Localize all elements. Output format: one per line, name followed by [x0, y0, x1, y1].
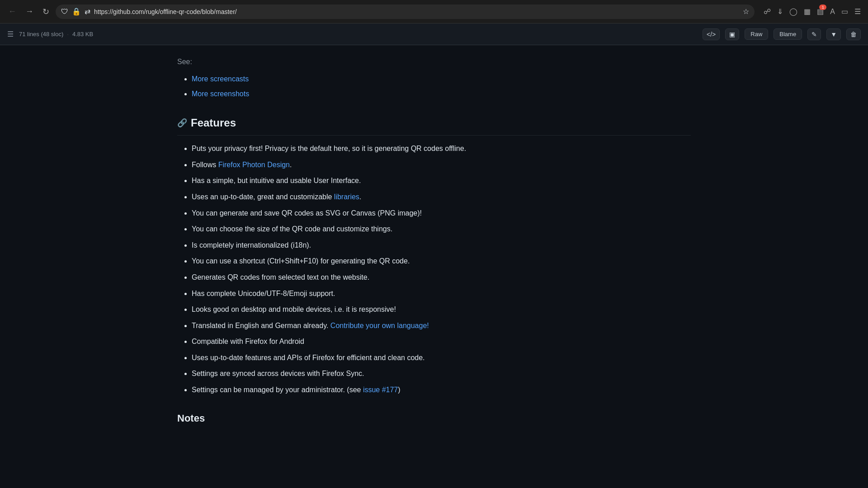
profile-button[interactable]: ◯ [788, 5, 799, 18]
edit-dropdown-button[interactable]: ▼ [826, 28, 841, 40]
forward-button[interactable]: → [23, 5, 36, 18]
file-toolbar: ☰ 71 lines (48 sloc) · 4.83 KB </> ▣ Raw… [0, 23, 868, 45]
track-icon: ⇄ [85, 6, 90, 17]
edit-button[interactable]: ✎ [807, 28, 821, 40]
list-item: Translated in English and German already… [192, 320, 691, 332]
feature-text: You can use a shortcut (Ctrl+Shift+F10) … [192, 257, 410, 265]
issue-177-link[interactable]: issue #177 [363, 386, 398, 394]
see-links-list: More screencasts More screenshots [177, 73, 691, 100]
translate-button[interactable]: A [828, 6, 837, 18]
browser-icons: ☍ ⇓ ◯ ▦ ▤ 1 A ▭ ☰ [762, 5, 863, 18]
markdown-body: See: More screencasts More screenshots 🔗… [177, 56, 691, 426]
feature-text: Puts your privacy first! Privacy is the … [192, 145, 466, 152]
list-item: Generates QR codes from selected text on… [192, 272, 691, 283]
libraries-link[interactable]: libraries [334, 193, 359, 201]
feature-text: Is completely internationalized (i18n). [192, 241, 311, 249]
blame-button[interactable]: Blame [774, 28, 802, 40]
screenshots-link[interactable]: More screenshots [192, 90, 249, 98]
list-item: More screenshots [192, 88, 691, 100]
features-heading: Features [191, 114, 236, 131]
download-button[interactable]: ⇓ [775, 5, 785, 18]
feature-text: You can generate and save QR codes as SV… [192, 209, 422, 217]
address-input[interactable] [94, 8, 739, 15]
contribute-language-link[interactable]: Contribute your own language! [330, 322, 429, 329]
features-list: Puts your privacy first! Privacy is the … [177, 143, 691, 396]
feature-text-before: Uses an up-to-date, great and customizab… [192, 193, 334, 201]
feature-text: Generates QR codes from selected text on… [192, 273, 369, 281]
lines-icon: ☰ [7, 29, 14, 40]
list-item: You can use a shortcut (Ctrl+Shift+F10) … [192, 255, 691, 267]
code-view-button[interactable]: </> [703, 28, 720, 40]
notes-heading: Notes [177, 410, 691, 426]
reload-button[interactable]: ↻ [40, 5, 52, 19]
extensions-button[interactable]: ▦ [802, 5, 812, 18]
feature-text-before: Translated in English and German already… [192, 322, 330, 329]
feature-text-after: ) [398, 386, 400, 394]
file-info: 71 lines (48 sloc) · 4.83 KB [19, 30, 93, 39]
see-label: See: [177, 56, 691, 68]
list-item: Looks good on desktop and mobile devices… [192, 304, 691, 315]
copy-raw-button[interactable]: ▣ [725, 28, 739, 40]
feature-text: You can choose the size of the QR code a… [192, 225, 392, 233]
bookmark-icon[interactable]: ☆ [743, 6, 749, 17]
feature-text: Has complete Unicode/UTF-8/Emoji support… [192, 290, 335, 297]
reader-view-button[interactable]: ☍ [762, 5, 773, 18]
feature-text: Has a simple, but intuitive and usable U… [192, 177, 361, 184]
list-item: Has a simple, but intuitive and usable U… [192, 175, 691, 187]
addon-button[interactable]: ▤ 1 [815, 5, 826, 18]
list-item: Puts your privacy first! Privacy is the … [192, 143, 691, 155]
back-button[interactable]: ← [5, 5, 19, 18]
lock-icon: 🔒 [72, 6, 81, 17]
list-item: Settings are synced across devices with … [192, 368, 691, 380]
feature-text-after: . [359, 193, 361, 201]
lines-info: 71 lines (48 sloc) [19, 30, 63, 39]
list-item: Settings can be managed by your administ… [192, 384, 691, 396]
content-wrapper: See: More screencasts More screenshots 🔗… [163, 45, 705, 444]
browser-chrome: ← → ↻ 🛡 🔒 ⇄ ☆ ☍ ⇓ ◯ ▦ ▤ 1 A ▭ ☰ [0, 0, 868, 23]
address-bar-container: 🛡 🔒 ⇄ ☆ [56, 5, 755, 19]
notes-section: Notes [177, 410, 691, 426]
list-item: Compatible with Firefox for Android [192, 336, 691, 347]
list-item: Has complete Unicode/UTF-8/Emoji support… [192, 288, 691, 300]
size-info: 4.83 KB [72, 30, 93, 39]
feature-text: Looks good on desktop and mobile devices… [192, 305, 396, 313]
feature-text: Compatible with Firefox for Android [192, 338, 304, 345]
feature-text-before: Follows [192, 161, 218, 169]
list-item: You can choose the size of the QR code a… [192, 223, 691, 235]
features-anchor-icon[interactable]: 🔗 [177, 117, 187, 130]
list-item: You can generate and save QR codes as SV… [192, 207, 691, 219]
features-heading-container: 🔗 Features [177, 114, 691, 136]
list-item: Is completely internationalized (i18n). [192, 239, 691, 251]
menu-button[interactable]: ☰ [853, 5, 863, 18]
photon-link[interactable]: Firefox Photon Design [218, 161, 290, 169]
shield-icon: 🛡 [61, 6, 68, 17]
list-item: Follows Firefox Photon Design. [192, 159, 691, 171]
list-item: Uses up-to-date features and APIs of Fir… [192, 352, 691, 364]
screencasts-link[interactable]: More screencasts [192, 75, 249, 83]
feature-text-before: Settings can be managed by your administ… [192, 386, 363, 394]
list-item: Uses an up-to-date, great and customizab… [192, 191, 691, 203]
addon-badge: 1 [819, 5, 826, 10]
raw-button[interactable]: Raw [745, 28, 768, 40]
list-item: More screencasts [192, 73, 691, 85]
feature-text: Settings are synced across devices with … [192, 370, 364, 377]
extra-button[interactable]: ▭ [840, 5, 850, 18]
feature-text: Uses up-to-date features and APIs of Fir… [192, 354, 425, 361]
feature-text-after: . [290, 161, 292, 169]
delete-button[interactable]: 🗑 [846, 28, 861, 40]
